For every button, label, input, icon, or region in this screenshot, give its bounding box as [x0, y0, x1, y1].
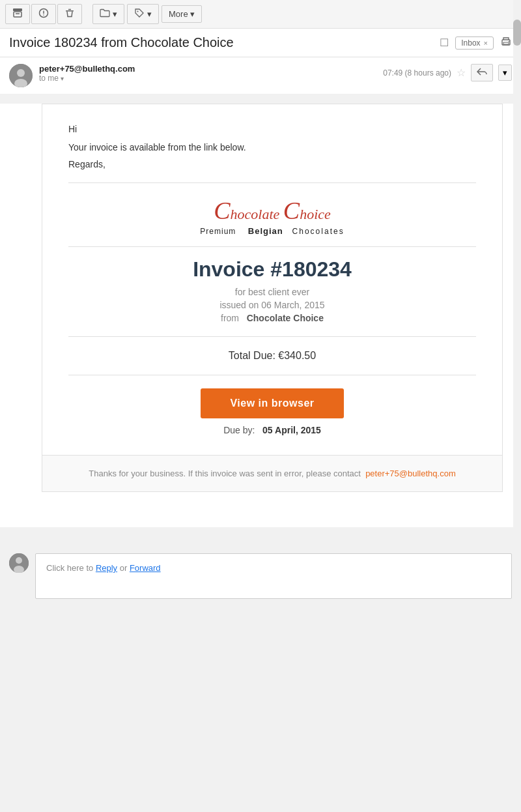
brand-name2: hoice	[300, 206, 331, 222]
view-in-browser-button[interactable]: View in browser	[201, 388, 344, 418]
invoice-from-line: from Chocolate Choice	[68, 313, 476, 323]
svg-point-10	[509, 40, 510, 42]
toolbar: ▾ ▾ More ▾	[0, 0, 521, 29]
email-header: peter+75@bullethq.com to me ▾ 07:49 (8 h…	[0, 57, 521, 94]
svg-point-15	[16, 557, 22, 564]
brand-c2: C	[283, 197, 300, 224]
forward-link[interactable]: Forward	[130, 563, 161, 573]
email-subject: Invoice 180234 from Chocolate Choice	[9, 35, 433, 50]
total-due: Total Due: €340.50	[229, 350, 316, 361]
tagline-chocolates: Chocolates	[292, 227, 345, 236]
scrollbar-track	[513, 0, 521, 812]
email-greeting: Hi	[68, 124, 476, 134]
invoice-issued: issued on 06 March, 2015	[68, 300, 476, 310]
reply-link[interactable]: Reply	[96, 563, 117, 573]
divider2	[68, 246, 476, 247]
reply-area: Click here to Reply or Forward	[0, 540, 521, 612]
footer-email-link[interactable]: peter+75@bullethq.com	[365, 469, 456, 478]
email-more-button[interactable]: ▾	[498, 65, 512, 81]
email-main: Hi Your invoice is available from the li…	[42, 104, 502, 455]
email-body-wrapper: Hi Your invoice is available from the li…	[0, 104, 521, 527]
more-label: More ▾	[169, 9, 195, 19]
reply-button[interactable]	[471, 64, 493, 81]
tag-button[interactable]: ▾	[127, 4, 159, 24]
spam-button[interactable]	[31, 4, 56, 24]
tag-icon	[134, 8, 145, 20]
tag-dropdown-icon: ▾	[147, 9, 152, 19]
inbox-label: Inbox	[461, 38, 480, 48]
email-content: Hi Your invoice is available from the li…	[42, 104, 503, 492]
due-by-prefix: Due by:	[223, 425, 255, 435]
brand-c1: C	[214, 197, 230, 224]
scrollbar-thumb[interactable]	[513, 20, 521, 46]
svg-point-5	[43, 14, 44, 16]
brand-section: Chocolate Choice Premium Belgian Chocola…	[68, 196, 476, 236]
brand-tagline: Premium Belgian Chocolates	[68, 226, 476, 236]
svg-rect-9	[503, 42, 509, 44]
folder-icon	[100, 8, 110, 20]
subject-checkbox[interactable]: ☐	[440, 36, 449, 49]
email-regards: Regards,	[68, 159, 476, 169]
gap	[0, 527, 521, 540]
email-line1: Your invoice is available from the link …	[68, 142, 476, 152]
svg-rect-6	[66, 10, 74, 12]
tagline-belgian: Belgian	[248, 226, 283, 236]
invoice-from-text: from	[221, 313, 239, 323]
total-section: Total Due: €340.50	[68, 350, 476, 362]
email-timestamp: 07:49 (8 hours ago)	[383, 68, 451, 78]
brand-logo: Chocolate Choice	[68, 196, 476, 225]
due-by-date: 05 April, 2015	[262, 425, 321, 435]
email-footer: Thanks for your business. If this invoic…	[42, 455, 502, 491]
tagline-premium: Premium	[200, 227, 236, 236]
sender-info: peter+75@bullethq.com to me ▾	[39, 64, 383, 83]
to-expand-button[interactable]: ▾	[61, 75, 64, 82]
divider4	[68, 375, 476, 375]
spacer	[9, 492, 512, 518]
svg-rect-0	[13, 8, 22, 11]
invoice-for: for best client ever	[68, 287, 476, 297]
delete-button[interactable]	[57, 4, 82, 24]
reply-placeholder-start: Click here to	[46, 563, 96, 573]
print-button[interactable]	[500, 36, 512, 50]
invoice-section: Invoice #180234 for best client ever iss…	[68, 257, 476, 323]
divider1	[68, 182, 476, 183]
footer-text: Thanks for your business. If this invoic…	[89, 469, 361, 478]
action-section: View in browser Due by: 05 April, 2015	[68, 388, 476, 435]
more-button[interactable]: More ▾	[162, 5, 202, 23]
archive-icon	[12, 8, 23, 20]
reply-or: or	[117, 563, 130, 573]
divider3	[68, 336, 476, 337]
trash-icon	[64, 8, 75, 20]
folder-button[interactable]: ▾	[92, 4, 124, 24]
subject-bar: Invoice 180234 from Chocolate Choice ☐ I…	[0, 29, 521, 57]
brand-name1: hocolate	[231, 206, 283, 222]
svg-point-12	[17, 69, 25, 77]
spam-icon	[38, 8, 49, 20]
to-line: to me ▾	[39, 74, 383, 83]
reply-box[interactable]: Click here to Reply or Forward	[35, 553, 512, 599]
invoice-number: Invoice #180234	[68, 257, 476, 282]
svg-rect-1	[14, 12, 21, 17]
svg-point-7	[137, 11, 139, 12]
inbox-close-button[interactable]: ×	[484, 39, 488, 47]
star-button[interactable]: ☆	[457, 66, 466, 79]
invoice-from-name: Chocolate Choice	[247, 313, 324, 323]
sender-email: peter+75@bullethq.com	[39, 64, 383, 74]
sender-avatar	[9, 64, 33, 87]
folder-dropdown-icon: ▾	[113, 9, 117, 19]
action-buttons	[5, 4, 82, 24]
inbox-badge: Inbox ×	[455, 36, 494, 50]
to-label: to me	[39, 74, 59, 83]
due-by: Due by: 05 April, 2015	[68, 425, 476, 435]
header-right: 07:49 (8 hours ago) ☆ ▾	[383, 64, 512, 81]
reply-avatar	[9, 553, 29, 573]
archive-button[interactable]	[5, 4, 30, 24]
